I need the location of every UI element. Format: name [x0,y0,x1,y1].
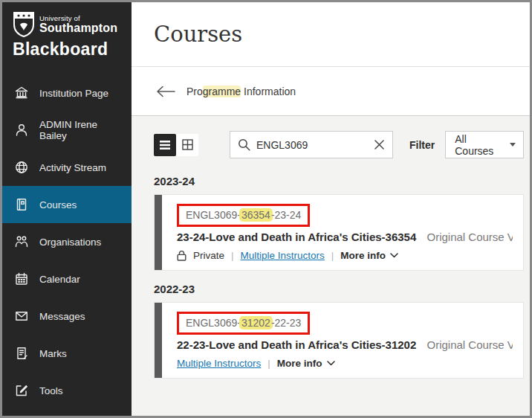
breadcrumb[interactable]: Programme Information [186,86,296,97]
person-icon [14,123,29,138]
sidebar-item-label: Organisations [39,237,101,248]
toolbar: Filter All Courses [154,131,524,158]
sidebar-item-tools[interactable]: Tools [2,372,132,409]
grid-view-button[interactable] [176,134,198,156]
annotation-red-box: ENGL3069-31202-22-23 [177,312,310,335]
search-icon [238,138,250,151]
annotation-highlight: 36354 [239,208,273,222]
sidebar-item-label: Courses [39,199,77,210]
filter-dropdown[interactable]: All Courses [445,131,524,158]
course-view-label: Original Course View [426,338,513,351]
term-heading: 2022-23 [154,283,524,295]
sidebar-item-label: Marks [39,348,67,359]
course-title-link[interactable]: 22-23-Love and Death in Africa's Cities-… [177,338,416,351]
lock-icon [177,250,186,261]
clear-search-button[interactable] [374,139,385,150]
more-info-button[interactable]: More info [340,250,398,261]
sidebar-item-label: Calendar [39,274,80,285]
annotation-highlight: 31202 [239,316,273,329]
list-view-button[interactable] [154,134,176,156]
sidebar-item-label: Institution Page [39,88,108,99]
course-card: ENGL3069-31202-22-23 22-23-Love and Deat… [154,302,524,379]
course-id-link[interactable]: ENGL3069-31202-22-23 [186,317,301,329]
list-view-icon [159,140,171,150]
course-view-label: Original Course View [426,231,513,243]
logo-southampton: Southampton [39,22,117,35]
course-id-link[interactable]: ENGL3069-36354-23-24 [186,209,301,221]
annotation-red-box: ENGL3069-36354-23-24 [177,204,310,227]
sidebar: University of Southampton Blackboard Ins… [2,2,132,416]
tools-icon [14,383,29,398]
chevron-down-icon [390,253,398,258]
view-toggle [154,134,198,156]
sidebar-item-label: Activity Stream [39,162,106,173]
sidebar-nav: Institution Page ADMIN Irene Bailey Acti… [2,74,132,409]
app-window: University of Southampton Blackboard Ins… [0,0,532,418]
breadcrumb-bar: Programme Information [132,67,530,116]
globe-icon [14,160,29,175]
sidebar-item-messages[interactable]: Messages [2,298,132,335]
sidebar-item-label: Messages [39,311,85,322]
more-info-button[interactable]: More info [277,358,335,369]
logo-blackboard: Blackboard [13,39,124,60]
content: Filter All Courses 2023-24 ENGL3069-3635… [132,116,530,390]
term-heading: 2023-24 [154,175,524,187]
filter-value: All Courses [455,133,502,157]
course-card: ENGL3069-36354-23-24 23-24-Love and Deat… [154,194,524,271]
marks-icon [14,346,29,361]
main-area: Courses Programme Information [132,2,530,416]
caret-down-icon [510,143,516,147]
calendar-icon [14,271,29,286]
private-label: Private [193,250,224,261]
sidebar-item-organisations[interactable]: Organisations [2,223,132,260]
sidebar-item-courses[interactable]: Courses [2,186,132,223]
logo: University of Southampton Blackboard [2,2,132,67]
envelope-icon [14,309,29,324]
sidebar-item-profile[interactable]: ADMIN Irene Bailey [2,112,132,149]
search-box [230,131,393,158]
multiple-instructors-link[interactable]: Multiple Instructors [241,250,325,261]
multiple-instructors-link[interactable]: Multiple Instructors [177,358,261,369]
grid-view-icon [182,139,193,150]
card-accent-bar [155,195,162,270]
course-title-link[interactable]: 23-24-Love and Death in Africa's Cities-… [177,231,416,243]
courses-icon [14,197,29,212]
sidebar-item-calendar[interactable]: Calendar [2,260,132,298]
page-title: Courses [154,22,242,47]
sidebar-item-institution-page[interactable]: Institution Page [2,74,132,112]
sidebar-item-marks[interactable]: Marks [2,335,132,372]
institution-icon [14,86,29,100]
highlight-fragment: gramme [203,86,241,97]
sidebar-item-activity-stream[interactable]: Activity Stream [2,149,132,186]
people-icon [14,234,29,249]
close-icon [374,139,385,150]
filter-label: Filter [409,139,435,151]
chevron-down-icon [327,361,335,366]
sidebar-item-label: Tools [39,385,63,396]
back-arrow-icon[interactable] [155,85,176,98]
page-header: Courses [132,2,530,67]
sidebar-item-label: ADMIN Irene Bailey [39,119,124,141]
card-accent-bar [155,303,162,378]
search-input[interactable] [256,139,374,151]
southampton-crest-icon [13,11,35,38]
